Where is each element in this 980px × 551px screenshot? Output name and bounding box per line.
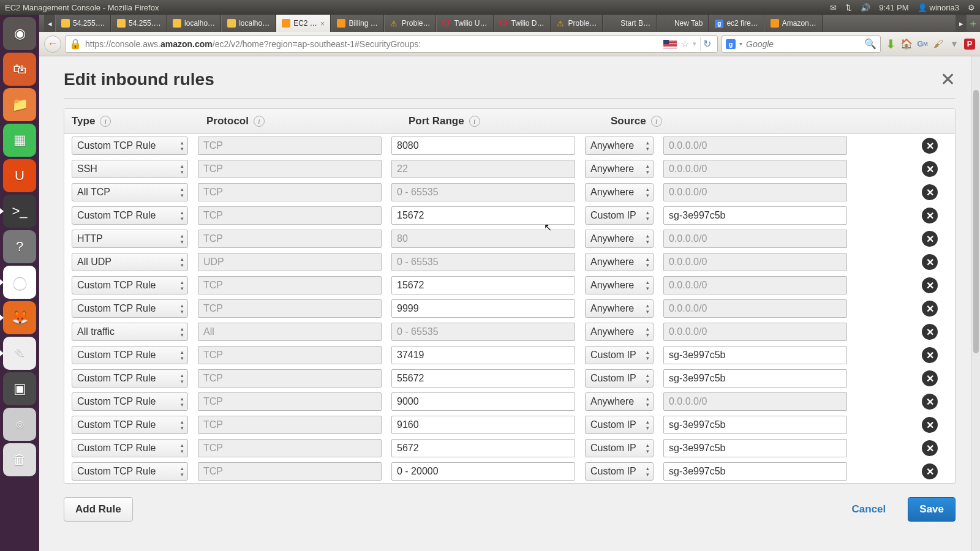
search-bar[interactable]: g ▾ 🔍: [722, 36, 881, 53]
launcher-firefox[interactable]: 🦊: [3, 301, 36, 334]
rule-type-select[interactable]: Custom TCP Rule▴▾: [72, 299, 188, 318]
launcher-disk[interactable]: ⌾: [3, 408, 36, 441]
rule-type-select[interactable]: Custom TCP Rule▴▾: [72, 276, 188, 294]
rule-source-select[interactable]: Custom IP▴▾: [585, 369, 654, 388]
delete-rule-icon[interactable]: ✕: [922, 440, 938, 456]
scrollbar-thumb[interactable]: [973, 90, 979, 353]
dropdown-icon[interactable]: ▾: [693, 40, 696, 48]
url-bar[interactable]: 🔒 https://console.aws.amazon.com/ec2/v2/…: [65, 36, 718, 53]
gm-icon[interactable]: GM: [916, 38, 929, 50]
browser-tab[interactable]: Amazon…: [764, 15, 823, 32]
rule-type-select[interactable]: SSH▴▾: [72, 160, 188, 178]
rule-type-select[interactable]: Custom TCP Rule▴▾: [72, 346, 188, 364]
rule-source-select[interactable]: Custom IP▴▾: [585, 416, 654, 434]
browser-tab[interactable]: New Tab: [657, 15, 709, 32]
delete-rule-icon[interactable]: ✕: [922, 254, 938, 270]
scrollbar[interactable]: [971, 56, 980, 551]
delete-rule-icon[interactable]: ✕: [922, 208, 938, 223]
rule-port-field[interactable]: 55672: [391, 369, 575, 388]
launcher-screenshot[interactable]: ▣: [3, 372, 36, 405]
rule-port-field[interactable]: 15672: [391, 276, 575, 294]
rule-type-select[interactable]: Custom TCP Rule▴▾: [72, 416, 188, 434]
browser-tab[interactable]: EC2 …×: [276, 15, 331, 32]
browser-tab[interactable]: localho…: [221, 15, 276, 32]
info-icon[interactable]: i: [469, 116, 480, 127]
rule-cidr-field[interactable]: sg-3e997c5b: [663, 439, 847, 457]
rule-source-select[interactable]: Custom IP▴▾: [585, 439, 654, 457]
network-indicator[interactable]: ⇅: [845, 3, 852, 12]
browser-tab[interactable]: Twilio U…: [436, 15, 493, 32]
launcher-libreoffice-calc[interactable]: ▦: [3, 124, 36, 157]
info-icon[interactable]: i: [100, 116, 111, 127]
rule-type-select[interactable]: All TCP▴▾: [72, 183, 188, 201]
user-menu[interactable]: 👤 winoria3: [918, 3, 959, 12]
close-icon[interactable]: ✕: [940, 73, 956, 86]
rule-source-select[interactable]: Anywhere▴▾: [585, 137, 654, 155]
rule-source-select[interactable]: Anywhere▴▾: [585, 183, 654, 201]
tab-close-icon[interactable]: ×: [320, 19, 325, 28]
save-button[interactable]: Save: [908, 497, 956, 522]
new-tab-button[interactable]: ＋: [967, 15, 980, 32]
tab-scroll-right-icon[interactable]: ▸: [956, 15, 967, 32]
sound-indicator[interactable]: 🔊: [861, 3, 870, 12]
rule-source-select[interactable]: Anywhere▴▾: [585, 392, 654, 411]
reload-button[interactable]: ↻: [700, 37, 714, 51]
add-rule-button[interactable]: Add Rule: [64, 497, 133, 522]
rule-type-select[interactable]: All traffic▴▾: [72, 323, 188, 341]
rule-source-select[interactable]: Custom IP▴▾: [585, 462, 654, 481]
delete-rule-icon[interactable]: ✕: [922, 370, 938, 386]
browser-tab[interactable]: Twilio D…: [494, 15, 551, 32]
delete-rule-icon[interactable]: ✕: [922, 184, 938, 200]
system-menu-icon[interactable]: ⚙: [968, 3, 975, 12]
delete-rule-icon[interactable]: ✕: [922, 161, 938, 177]
rule-source-select[interactable]: Anywhere▴▾: [585, 230, 654, 248]
launcher-ubuntu-one[interactable]: U: [3, 159, 36, 192]
launcher-terminal[interactable]: >_: [3, 195, 36, 228]
delete-rule-icon[interactable]: ✕: [922, 463, 938, 479]
rule-source-select[interactable]: Anywhere▴▾: [585, 253, 654, 271]
rule-type-select[interactable]: HTTP▴▾: [72, 230, 188, 248]
browser-tab[interactable]: gec2 fire…: [709, 15, 764, 32]
rule-port-field[interactable]: 0 - 20000: [391, 462, 575, 481]
rule-source-select[interactable]: Custom IP▴▾: [585, 346, 654, 364]
rule-port-field[interactable]: 9000: [391, 392, 575, 411]
browser-tab[interactable]: ⚠Proble…: [551, 15, 603, 32]
delete-rule-icon[interactable]: ✕: [922, 301, 938, 317]
search-input[interactable]: [746, 39, 861, 49]
launcher-gedit[interactable]: ✎: [3, 337, 36, 370]
rule-source-select[interactable]: Anywhere▴▾: [585, 299, 654, 318]
pinterest-icon[interactable]: P: [964, 39, 975, 50]
launcher-files[interactable]: 📁: [3, 88, 36, 121]
rule-port-field[interactable]: 5672: [391, 439, 575, 457]
rule-port-field[interactable]: 9999: [391, 299, 575, 318]
browser-tab[interactable]: 54.255….: [55, 15, 111, 32]
browser-tab[interactable]: ⚠Proble…: [384, 15, 437, 32]
delete-rule-icon[interactable]: ✕: [922, 138, 938, 154]
downloads-icon[interactable]: ⬇: [884, 38, 897, 50]
launcher-trash[interactable]: 🗑: [3, 443, 36, 476]
rule-type-select[interactable]: Custom TCP Rule▴▾: [72, 369, 188, 388]
rule-source-select[interactable]: Anywhere▴▾: [585, 323, 654, 341]
home-icon[interactable]: 🏠: [900, 38, 913, 50]
delete-rule-icon[interactable]: ✕: [922, 324, 938, 340]
rule-cidr-field[interactable]: sg-3e997c5b: [663, 206, 847, 225]
search-go-icon[interactable]: 🔍: [864, 38, 876, 50]
browser-tab[interactable]: Start B…: [603, 15, 657, 32]
feed-icon[interactable]: ▾: [948, 38, 960, 50]
delete-rule-icon[interactable]: ✕: [922, 394, 938, 410]
rule-cidr-field[interactable]: sg-3e997c5b: [663, 369, 847, 388]
rule-type-select[interactable]: Custom TCP Rule▴▾: [72, 392, 188, 411]
rule-cidr-field[interactable]: sg-3e997c5b: [663, 462, 847, 481]
browser-tab[interactable]: Billing …: [331, 15, 383, 32]
rule-type-select[interactable]: Custom TCP Rule▴▾: [72, 206, 188, 225]
rule-source-select[interactable]: Anywhere▴▾: [585, 276, 654, 294]
delete-rule-icon[interactable]: ✕: [922, 347, 938, 363]
rule-type-select[interactable]: Custom TCP Rule▴▾: [72, 439, 188, 457]
rule-port-field[interactable]: 8080: [391, 137, 575, 155]
launcher-chrome[interactable]: ◯: [3, 266, 36, 299]
delete-rule-icon[interactable]: ✕: [922, 417, 938, 433]
back-button[interactable]: ←: [44, 36, 61, 53]
rule-type-select[interactable]: Custom TCP Rule▴▾: [72, 462, 188, 481]
launcher-help[interactable]: ?: [3, 230, 36, 263]
rule-cidr-field[interactable]: sg-3e997c5b: [663, 346, 847, 364]
